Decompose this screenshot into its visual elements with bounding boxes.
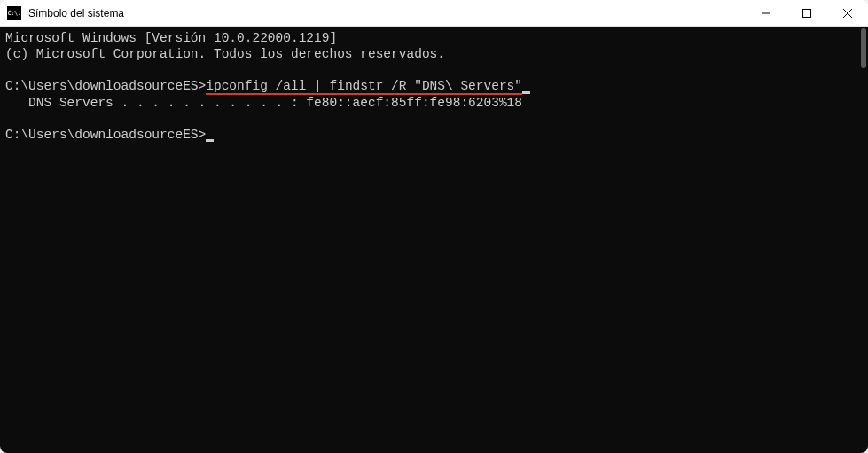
svg-rect-1: [803, 9, 811, 17]
minimize-button[interactable]: [746, 0, 786, 27]
prompt-path: C:\Users\downloadsourceES>: [5, 79, 206, 93]
command-line-2: C:\Users\downloadsourceES>: [5, 127, 863, 143]
maximize-icon: [802, 9, 811, 18]
copyright-line: (c) Microsoft Corporation. Todos los der…: [5, 46, 863, 62]
scrollbar-thumb[interactable]: [861, 28, 866, 68]
titlebar[interactable]: C:\. Símbolo del sistema: [0, 0, 868, 27]
banner-line: Microsoft Windows [Versión 10.0.22000.12…: [5, 30, 863, 46]
cmd-icon: C:\.: [7, 6, 21, 20]
minimize-icon: [762, 9, 770, 18]
command-prompt-window: C:\. Símbolo del sistema Microsoft Windo…: [0, 0, 868, 453]
cursor-icon: [206, 139, 214, 142]
maximize-button[interactable]: [786, 0, 827, 27]
command-highlighted: ipconfig /all | findstr /R "DNS\ Servers…: [206, 79, 522, 95]
cursor-icon: [522, 91, 530, 94]
window-controls: [746, 0, 868, 27]
dns-output-line: DNS Servers . . . . . . . . . . . : fe80…: [5, 95, 863, 111]
close-icon: [843, 9, 852, 18]
blank-line: [5, 111, 863, 127]
blank-line: [5, 62, 863, 78]
close-button[interactable]: [827, 0, 868, 27]
command-line-1: C:\Users\downloadsourceES>ipconfig /all …: [5, 78, 863, 95]
window-title: Símbolo del sistema: [28, 7, 746, 20]
prompt-path: C:\Users\downloadsourceES>: [5, 128, 206, 142]
terminal-output[interactable]: Microsoft Windows [Versión 10.0.22000.12…: [0, 27, 868, 453]
